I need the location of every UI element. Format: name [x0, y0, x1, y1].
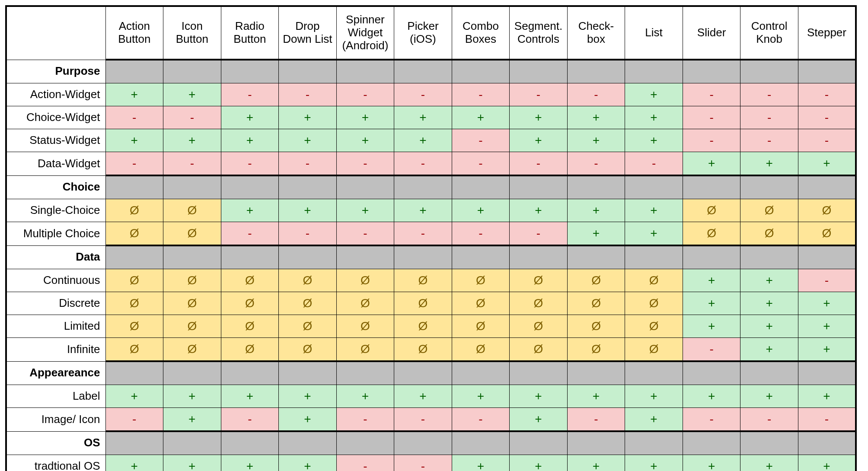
row-label: Continuous [6, 269, 105, 292]
section-gap-cell [279, 431, 337, 455]
value-cell: + [625, 83, 683, 106]
widget-matrix-table: Action Button Icon Button Radio Button D… [5, 5, 857, 471]
value-cell: Ø [394, 269, 452, 292]
value-cell: - [394, 222, 452, 246]
value-cell: Ø [221, 269, 279, 292]
section-gap-cell [394, 431, 452, 455]
section-header-row: Data [6, 245, 856, 269]
value-cell: Ø [625, 269, 683, 292]
section-gap-cell [625, 361, 683, 385]
value-cell: + [625, 385, 683, 408]
column-header: Action Button [105, 6, 163, 60]
section-gap-cell [105, 431, 163, 455]
column-header: List [625, 6, 683, 60]
section-gap-cell [683, 431, 740, 455]
section-gap-cell [510, 245, 568, 269]
section-gap-cell [452, 60, 510, 83]
value-cell: + [625, 129, 683, 152]
value-cell: - [798, 408, 856, 432]
value-cell: - [683, 106, 740, 129]
section-gap-cell [105, 361, 163, 385]
value-cell: Ø [105, 269, 163, 292]
value-cell: + [625, 455, 683, 471]
value-cell: - [336, 83, 394, 106]
value-cell: Ø [452, 292, 510, 315]
value-cell: - [740, 83, 798, 106]
value-cell: + [105, 83, 163, 106]
value-cell: - [567, 152, 625, 176]
section-header-row: Purpose [6, 60, 856, 83]
row-label: Single-Choice [6, 199, 105, 222]
table-row: Action-Widget++-------+--- [6, 83, 856, 106]
value-cell: + [740, 152, 798, 176]
section-gap-cell [510, 60, 568, 83]
section-gap-cell [683, 245, 740, 269]
value-cell: - [510, 152, 568, 176]
value-cell: Ø [567, 292, 625, 315]
value-cell: + [221, 129, 279, 152]
value-cell: Ø [105, 199, 163, 222]
value-cell: Ø [625, 292, 683, 315]
value-cell: + [105, 385, 163, 408]
section-gap-cell [279, 60, 337, 83]
table-row: InfiniteØØØØØØØØØØ-++ [6, 338, 856, 362]
section-gap-cell [336, 60, 394, 83]
column-header: Icon Button [163, 6, 221, 60]
section-gap-cell [625, 245, 683, 269]
section-gap-cell [221, 361, 279, 385]
value-cell: - [683, 338, 740, 362]
value-cell: + [452, 385, 510, 408]
value-cell: - [221, 408, 279, 432]
section-gap-cell [452, 431, 510, 455]
table-row: ContinuousØØØØØØØØØØ++- [6, 269, 856, 292]
value-cell: - [683, 408, 740, 432]
value-cell: - [163, 152, 221, 176]
value-cell: + [798, 338, 856, 362]
value-cell: + [567, 222, 625, 246]
value-cell: Ø [163, 269, 221, 292]
section-gap-cell [510, 175, 568, 199]
value-cell: + [625, 408, 683, 432]
table-row: Multiple ChoiceØØ------++ØØØ [6, 222, 856, 246]
value-cell: Ø [567, 338, 625, 362]
value-cell: + [394, 106, 452, 129]
section-gap-cell [452, 245, 510, 269]
value-cell: + [510, 408, 568, 432]
value-cell: Ø [163, 199, 221, 222]
value-cell: - [567, 83, 625, 106]
section-gap-cell [510, 361, 568, 385]
value-cell: + [798, 152, 856, 176]
value-cell: - [798, 129, 856, 152]
value-cell: - [798, 269, 856, 292]
value-cell: + [567, 129, 625, 152]
value-cell: + [163, 385, 221, 408]
value-cell: + [163, 408, 221, 432]
section-gap-cell [336, 175, 394, 199]
value-cell: - [279, 152, 337, 176]
section-title: Choice [6, 175, 105, 199]
value-cell: Ø [163, 292, 221, 315]
column-header: Radio Button [221, 6, 279, 60]
value-cell: + [452, 106, 510, 129]
section-gap-cell [798, 60, 856, 83]
value-cell: Ø [105, 338, 163, 362]
value-cell: Ø [740, 199, 798, 222]
value-cell: + [510, 385, 568, 408]
section-gap-cell [683, 60, 740, 83]
value-cell: - [336, 222, 394, 246]
value-cell: - [163, 106, 221, 129]
section-gap-cell [394, 60, 452, 83]
section-gap-cell [798, 245, 856, 269]
value-cell: Ø [221, 338, 279, 362]
value-cell: Ø [625, 315, 683, 338]
table-row: tradtional OS++++--+++++++ [6, 455, 856, 471]
value-cell: + [798, 292, 856, 315]
section-gap-cell [740, 60, 798, 83]
section-gap-cell [279, 175, 337, 199]
row-label: Action-Widget [6, 83, 105, 106]
value-cell: + [452, 455, 510, 471]
value-cell: Ø [105, 222, 163, 246]
value-cell: + [394, 199, 452, 222]
column-header: Stepper [798, 6, 856, 60]
section-header-row: Choice [6, 175, 856, 199]
